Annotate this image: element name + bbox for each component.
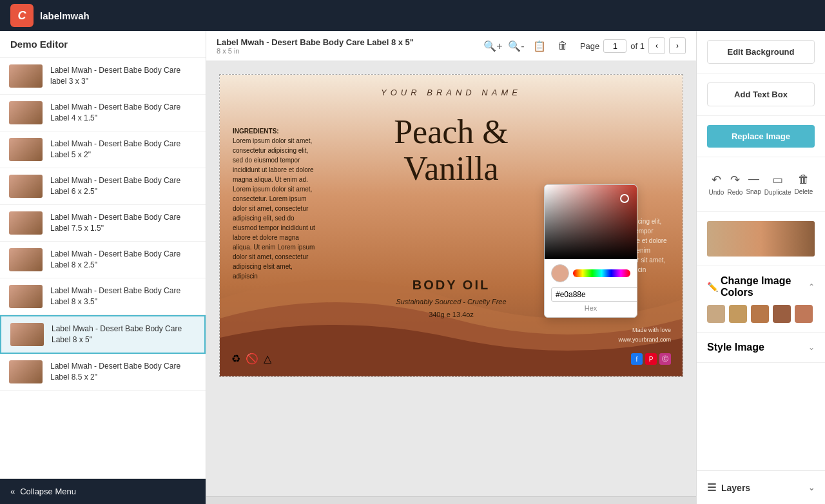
made-love-text: Made with lovewww.yourbrand.com	[618, 327, 671, 342]
sidebar-item-5[interactable]: Label Mwah - Desert Babe Body Care Label…	[0, 242, 206, 278]
prev-page-button[interactable]: ‹	[648, 37, 665, 54]
redo-button[interactable]: ↷ Redo	[727, 173, 742, 196]
main-color-swatch[interactable]	[551, 264, 569, 282]
add-text-box-button[interactable]: Add Text Box	[707, 82, 815, 106]
chevron-left-icon: «	[10, 487, 15, 496]
label-subtitle: Sustainably Sourced - Cruelty Free	[396, 298, 506, 305]
hex-input[interactable]	[551, 287, 637, 302]
sidebar-item-7[interactable]: Label Mwah - Desert Babe Body Care Label…	[0, 315, 206, 354]
palette-swatch-1[interactable]	[729, 305, 747, 323]
app-name: labelmwah	[40, 10, 90, 21]
label-main-text: Peach & Vanilla	[394, 113, 509, 187]
sidebar-thumb-7	[10, 323, 44, 346]
sidebar-item-6[interactable]: Label Mwah - Desert Babe Body Care Label…	[0, 278, 206, 315]
label-line1: Peach &	[394, 113, 509, 150]
of-label: of 1	[630, 41, 645, 51]
pinterest-icon: P	[645, 353, 657, 365]
sidebar-label-2: Label Mwah - Desert Babe Body Care Label…	[50, 139, 197, 160]
ingredients-body: Lorem ipsum dolor sit amet, consectetur …	[233, 137, 315, 280]
sidebar-thumb-5	[9, 248, 43, 271]
hex-row: ▲ ▼	[551, 287, 630, 302]
sidebar-list: Label Mwah - Desert Babe Body Care label…	[0, 58, 206, 478]
icon-no: 🚫	[246, 353, 258, 365]
duplicate-icon: ▭	[772, 173, 783, 187]
color-cursor	[620, 194, 629, 203]
undo-label: Undo	[709, 189, 724, 196]
delete-button[interactable]: 🗑	[553, 36, 572, 55]
snap-icon: ⸻	[748, 173, 759, 186]
palette-swatch-3[interactable]	[773, 305, 791, 323]
image-preview-section	[697, 212, 825, 266]
sidebar-item-2[interactable]: Label Mwah - Desert Babe Body Care Label…	[0, 131, 206, 168]
collapse-menu-button[interactable]: « Collapse Menu	[0, 478, 206, 504]
copy-button[interactable]: 📋	[530, 36, 549, 55]
color-gradient[interactable]	[545, 185, 637, 259]
undo-button[interactable]: ↶ Undo	[709, 173, 724, 196]
color-picker-popup: ▲ ▼ Hex	[544, 184, 637, 318]
label-line2: Vanilla	[394, 150, 509, 187]
page-input[interactable]	[603, 39, 626, 53]
delete-label: Delete	[795, 188, 813, 195]
style-image-row: Style Image ⌄	[707, 342, 815, 353]
palette-swatch-4[interactable]	[795, 305, 813, 323]
canvas-toolbar: Label Mwah - Desert Babe Body Care Label…	[206, 31, 696, 61]
duplicate-button[interactable]: ▭ Duplicate	[764, 173, 791, 196]
redo-label: Redo	[727, 189, 742, 196]
sidebar-thumb-1	[9, 101, 43, 124]
canvas-scroll[interactable]: YOUR BRAND NAME Peach & Vanilla INGREDIE…	[206, 61, 696, 496]
instagram-icon: Ⓒ	[659, 353, 671, 365]
page-label: Page	[580, 41, 599, 51]
canvas-title: Label Mwah - Desert Babe Body Care Label…	[217, 37, 476, 47]
sidebar-thumb-4	[9, 211, 43, 235]
label-canvas: YOUR BRAND NAME Peach & Vanilla INGREDIE…	[219, 74, 683, 377]
redo-icon: ↷	[730, 173, 740, 187]
sidebar-thumb-2	[9, 138, 43, 161]
style-image-label: Style Image	[707, 342, 764, 353]
change-image-colors-section: ✏️ Change Image Colors ⌃	[697, 266, 825, 333]
sidebar-item-3[interactable]: Label Mwah - Desert Babe Body Care Label…	[0, 168, 206, 205]
layers-chevron[interactable]: ⌄	[808, 483, 815, 492]
zoom-in-button[interactable]: 🔍+	[483, 36, 503, 55]
label-made-with: Made with lovewww.yourbrand.com	[618, 325, 671, 344]
panel-spacer	[697, 363, 825, 470]
label-brand-name: YOUR BRAND NAME	[381, 88, 521, 97]
sidebar-thumb-8	[9, 360, 43, 383]
edit-background-section: Edit Background	[697, 31, 825, 73]
zoom-out-button[interactable]: 🔍-	[507, 36, 526, 55]
sidebar-label-4: Label Mwah - Desert Babe Body Care Label…	[50, 212, 197, 234]
edit-background-button[interactable]: Edit Background	[707, 40, 815, 64]
sidebar-thumb-0	[9, 64, 43, 88]
rainbow-bar[interactable]	[573, 269, 630, 277]
label-weight: 340g e 13.4oz	[429, 311, 474, 318]
sidebar-item-8[interactable]: Label Mwah - Desert Babe Body Care Label…	[0, 354, 206, 391]
sidebar-header: Demo Editor	[0, 31, 206, 58]
color-swatches-row	[551, 264, 630, 282]
sidebar-item-0[interactable]: Label Mwah - Desert Babe Body Care label…	[0, 58, 206, 95]
sidebar-item-1[interactable]: Label Mwah - Desert Babe Body Care Label…	[0, 95, 206, 131]
layers-section[interactable]: ☰ Layers ⌄	[697, 470, 825, 504]
facebook-icon: f	[631, 353, 643, 365]
sidebar-item-4[interactable]: Label Mwah - Desert Babe Body Care Label…	[0, 205, 206, 242]
sidebar-label-0: Label Mwah - Desert Babe Body Care label…	[50, 65, 197, 87]
color-palette-row	[707, 305, 815, 323]
palette-swatch-0[interactable]	[707, 305, 725, 323]
canvas-scrollbar[interactable]	[206, 496, 696, 504]
pencil-icon: ✏️	[707, 282, 718, 292]
color-controls: ▲ ▼ Hex	[545, 259, 637, 317]
change-image-colors-title-row: ✏️ Change Image Colors	[707, 275, 808, 298]
palette-swatch-2[interactable]	[751, 305, 769, 323]
sidebar-label-8: Label Mwah - Desert Babe Body Care Label…	[50, 361, 197, 383]
delete-action-button[interactable]: 🗑 Delete	[795, 173, 813, 196]
canvas-area: Label Mwah - Desert Babe Body Care Label…	[206, 31, 696, 504]
snap-button[interactable]: ⸻ Snap	[746, 173, 761, 196]
canvas-info: Label Mwah - Desert Babe Body Care Label…	[217, 37, 476, 55]
next-page-button[interactable]: ›	[669, 37, 686, 54]
label-bottom-icons: ♻ 🚫 △	[231, 353, 271, 365]
snap-label: Snap	[746, 188, 761, 195]
sidebar-label-7: Label Mwah - Desert Babe Body Care Label…	[52, 324, 195, 345]
replace-image-button[interactable]: Replace Image	[707, 125, 815, 148]
logo: C labelmwah	[10, 4, 90, 27]
change-image-colors-chevron[interactable]: ⌃	[808, 282, 815, 291]
icon-leaf: △	[264, 353, 271, 365]
style-image-chevron[interactable]: ⌄	[808, 343, 815, 352]
